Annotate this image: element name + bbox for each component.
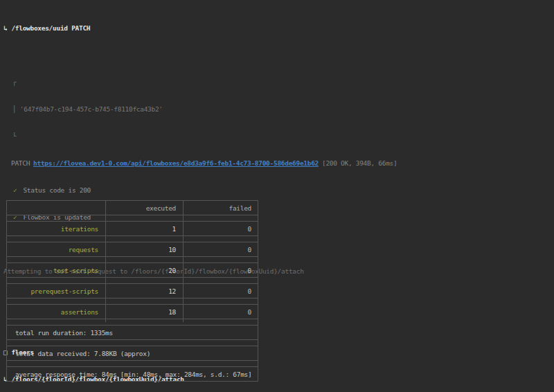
executed-cell: 12 — [105, 287, 183, 295]
console-log-open: ┌ — [3, 78, 554, 87]
failed-cell: 0 — [183, 246, 258, 253]
item-arrow-icon: ↳ — [3, 24, 7, 32]
header-cell-failed: failed — [183, 204, 258, 212]
request-url-link[interactable]: https://flovea.dev1-0.com/api/flowboxes/… — [33, 159, 319, 167]
table-header-row: executed failed — [6, 200, 258, 215]
footer-row-data-received: total data received: 7.88KB (approx) — [6, 346, 258, 361]
failed-cell: 0 — [183, 267, 258, 274]
row-label: test-scripts — [6, 267, 105, 274]
table-row-assertions: assertions 18 0 — [6, 304, 258, 319]
footer-row-avg-response: average response time: 84ms [min: 48ms, … — [6, 366, 258, 382]
row-label: prerequest-scripts — [6, 287, 105, 295]
console-log-close: └ — [3, 132, 554, 141]
header-cell-executed: executed — [105, 204, 183, 212]
table-right-border — [258, 200, 258, 382]
request-item-1-title: ↳/flowboxes/uuid PATCH — [3, 24, 554, 33]
failed-cell: 0 — [183, 225, 258, 233]
executed-cell: 18 — [105, 308, 183, 316]
executed-cell: 20 — [105, 267, 183, 274]
http-method-label: PATCH — [11, 159, 30, 167]
response-meta: [200 OK, 394B, 66ms] — [322, 159, 397, 167]
failed-cell: 0 — [183, 308, 258, 316]
row-label: assertions — [6, 308, 105, 316]
check-icon: ✓ — [13, 186, 17, 194]
table-row-requests: requests 10 0 — [6, 242, 258, 257]
total-duration-text: total run duration: 1335ms — [6, 329, 258, 337]
avg-response-text: average response time: 84ms [min: 48ms, … — [6, 371, 258, 378]
row-label: requests — [6, 246, 105, 253]
column-separator — [105, 200, 106, 322]
footer-row-total-duration: total run duration: 1335ms — [6, 325, 258, 340]
row-label: iterations — [6, 225, 105, 233]
executed-cell: 10 — [105, 246, 183, 253]
executed-cell: 1 — [105, 225, 183, 233]
table-row-iterations: iterations 1 0 — [6, 221, 258, 236]
assertion-line: ✓Status code is 200 — [3, 186, 554, 195]
run-summary-table: executed failed iterations 1 0 requests … — [6, 200, 258, 382]
table-row-test-scripts: test-scripts 20 0 — [6, 262, 258, 278]
console-log-uuid: │ '647f04b7-c194-457c-b745-f8110fca43b2' — [3, 105, 554, 114]
column-separator — [183, 200, 184, 322]
assertion-text: Status code is 200 — [23, 186, 91, 194]
table-row-prerequest-scripts: prerequest-scripts 12 0 — [6, 283, 258, 299]
data-received-text: total data received: 7.88KB (approx) — [6, 350, 258, 357]
request-line-1: PATCHhttps://flovea.dev1-0.com/api/flowb… — [3, 159, 554, 168]
table-left-border — [6, 200, 7, 382]
failed-cell: 0 — [183, 287, 258, 295]
request-item-1-label: /flowboxes/uuid PATCH — [11, 24, 90, 32]
